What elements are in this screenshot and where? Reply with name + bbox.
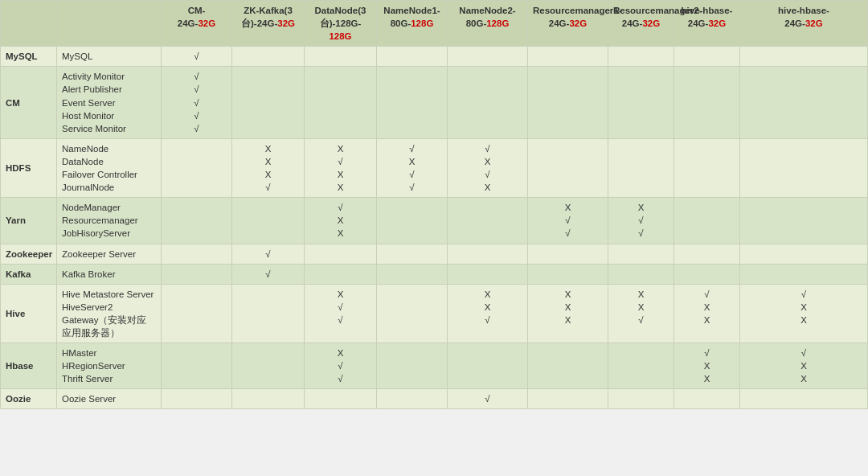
check-cell-datanode3: [305, 47, 377, 67]
check-cell-hive_hbase1: [674, 198, 740, 244]
check-cell-rm2: [608, 343, 674, 389]
header-col-hive-hbase1: hive-hbase-24G-32G: [674, 1, 740, 47]
sub-service-item: Event Server: [62, 96, 156, 109]
check-cell-kafka3: [232, 389, 305, 409]
check-cell-hive_hbase1: √XX: [674, 284, 740, 343]
sub-service-item: Thrift Server: [62, 372, 156, 385]
check-cell-rm1: X√√: [528, 198, 608, 244]
check-mark: √: [166, 70, 227, 83]
x-mark: X: [309, 214, 371, 227]
check-cell-hive_hbase1: [674, 67, 740, 138]
check-mark: √: [166, 122, 227, 135]
check-cell-rm1: [528, 264, 608, 284]
check-cell-namenode2: [448, 67, 528, 138]
check-cell-hive_hbase1: [674, 264, 740, 284]
check-mark: √: [533, 227, 603, 240]
sub-service-cell: NameNodeDataNodeFailover ControllerJourn…: [57, 138, 162, 197]
sub-service-item: Oozie Server: [62, 392, 156, 405]
sub-service-item: Kafka Broker: [62, 268, 156, 281]
check-mark: √: [309, 301, 371, 314]
table-row: ZookeeperZookeeper Server√: [1, 244, 868, 264]
check-cell-datanode3: [305, 389, 377, 409]
sub-service-item: Zookeeper Server: [62, 248, 156, 261]
x-mark: X: [533, 288, 603, 301]
x-mark: X: [382, 155, 442, 168]
check-mark: √: [237, 268, 299, 281]
check-cell-rm1: [528, 343, 608, 389]
check-mark: √: [309, 359, 371, 372]
check-mark: √: [745, 288, 862, 301]
check-mark: √: [309, 314, 371, 326]
check-cell-rm2: [608, 264, 674, 284]
check-cell-namenode1: [377, 264, 448, 284]
header-col-cm24: CM-24G-32G: [162, 1, 232, 47]
sub-service-item: Resourcemanager: [62, 214, 156, 227]
check-mark: √: [533, 214, 603, 227]
x-mark: X: [679, 372, 735, 385]
check-cell-kafka3: [232, 67, 305, 138]
check-mark: √: [679, 347, 735, 359]
x-mark: X: [533, 301, 603, 314]
check-cell-kafka3: [232, 47, 305, 67]
check-cell-namenode1: [377, 67, 448, 138]
check-cell-namenode1: [377, 389, 448, 409]
sub-service-cell: Oozie Server: [57, 389, 162, 409]
header-col-hive-hbase2: hive-hbase-24G-32G: [740, 1, 868, 47]
check-cell-hive_hbase2: √XX: [740, 284, 868, 343]
check-mark: √: [309, 201, 371, 214]
x-mark: X: [745, 372, 862, 385]
check-cell-namenode1: [377, 284, 448, 343]
service-table: CM-24G-32G ZK-Kafka(3台)-24G-32G DataNode…: [0, 0, 868, 409]
x-mark: X: [679, 314, 735, 326]
sub-service-item: Alert Publisher: [62, 83, 156, 96]
check-cell-namenode1: [377, 244, 448, 264]
x-mark: X: [237, 155, 299, 168]
check-cell-namenode2: √X√X: [448, 138, 528, 197]
check-cell-namenode1: [377, 198, 448, 244]
main-container: CM-24G-32G ZK-Kafka(3台)-24G-32G DataNode…: [0, 0, 868, 409]
x-mark: X: [679, 359, 735, 372]
x-mark: X: [309, 347, 371, 359]
check-cell-cm24: √√√√√: [162, 67, 232, 138]
x-mark: X: [237, 142, 299, 155]
sub-service-item: JobHisoryServer: [62, 227, 156, 240]
table-row: KafkaKafka Broker√: [1, 264, 868, 284]
header-col-cm24-text: CM-24G-32G: [178, 6, 215, 28]
header-col-datanode3-text: DataNode(3台)-128G-128G: [315, 6, 366, 41]
check-cell-rm2: [608, 67, 674, 138]
check-cell-kafka3: √: [232, 264, 305, 284]
check-cell-kafka3: [232, 284, 305, 343]
check-cell-hive_hbase2: [740, 47, 868, 67]
check-mark: √: [745, 347, 862, 359]
sub-service-item: NodeManager: [62, 201, 156, 214]
header-col-namenode1: NameNode1-80G-128G: [377, 1, 448, 47]
service-name-cell: Hive: [1, 284, 57, 343]
check-cell-datanode3: X√XX: [305, 138, 377, 197]
header-col-hive-hbase2-text: hive-hbase-24G-32G: [778, 6, 829, 28]
check-cell-rm2: [608, 138, 674, 197]
check-cell-namenode1: [377, 343, 448, 389]
check-cell-hive_hbase2: [740, 198, 868, 244]
check-cell-kafka3: XXX√: [232, 138, 305, 197]
check-mark: √: [382, 142, 442, 155]
table-row: HiveHive Metastore ServerHiveServer2Gate…: [1, 284, 868, 343]
check-cell-hive_hbase2: √XX: [740, 343, 868, 389]
service-name-cell: CM: [1, 67, 57, 138]
x-mark: X: [452, 181, 522, 194]
sub-service-item: Hive Metastore Server: [62, 288, 156, 301]
header-col-rm1: Resourcemanager1-24G-32G: [528, 1, 608, 47]
check-mark: √: [166, 50, 227, 63]
check-cell-kafka3: [232, 343, 305, 389]
sub-service-item: HiveServer2: [62, 301, 156, 314]
sub-service-cell: Zookeeper Server: [57, 244, 162, 264]
check-cell-cm24: [162, 138, 232, 197]
check-cell-kafka3: [232, 198, 305, 244]
sub-service-item: Service Monitor: [62, 122, 156, 135]
header-col-kafka3: ZK-Kafka(3台)-24G-32G: [232, 1, 305, 47]
sub-service-cell: Hive Metastore ServerHiveServer2Gateway（…: [57, 284, 162, 343]
check-cell-hive_hbase2: [740, 138, 868, 197]
sub-service-item: JournalNode: [62, 181, 156, 194]
header-col-namenode1-text: NameNode1-80G-128G: [383, 6, 440, 28]
table-row: HDFSNameNodeDataNodeFailover ControllerJ…: [1, 138, 868, 197]
table-header: CM-24G-32G ZK-Kafka(3台)-24G-32G DataNode…: [1, 1, 868, 47]
